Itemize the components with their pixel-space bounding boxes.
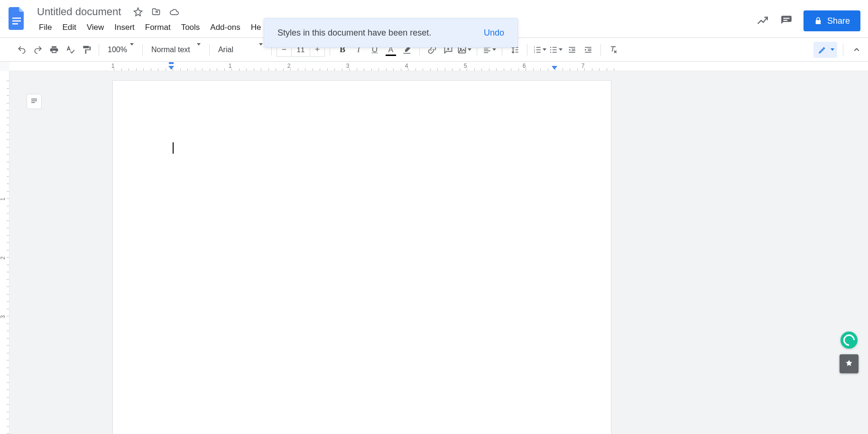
spellcheck-button[interactable] xyxy=(63,42,78,57)
font-family-select[interactable]: Arial xyxy=(214,42,267,57)
caret-down-icon xyxy=(831,48,834,51)
menu-format[interactable]: Format xyxy=(140,21,175,34)
editing-mode-button[interactable] xyxy=(813,42,837,58)
share-button[interactable]: Share xyxy=(803,10,860,31)
zoom-value: 100% xyxy=(108,46,127,54)
menu-bar: File Edit View Insert Format Tools Add-o… xyxy=(34,21,266,34)
caret-down-icon xyxy=(468,48,471,51)
numbered-list-button[interactable]: 123 xyxy=(532,42,547,57)
show-outline-button[interactable] xyxy=(27,94,42,109)
notification-toast: Styles in this document have been reset.… xyxy=(264,18,518,47)
paint-format-button[interactable] xyxy=(79,42,94,57)
toast-message: Styles in this document have been reset. xyxy=(277,28,431,38)
svg-rect-3 xyxy=(783,18,789,19)
paragraph-style-value: Normal text xyxy=(151,46,190,54)
workspace: 1 1 2 3 4 5 6 7 1 2 3 xyxy=(0,62,868,434)
right-indent-marker[interactable] xyxy=(552,66,557,70)
caret-down-icon xyxy=(259,43,263,54)
document-canvas[interactable] xyxy=(9,71,868,434)
bulleted-list-button[interactable] xyxy=(548,42,563,57)
first-line-indent-marker[interactable] xyxy=(169,62,174,64)
decrease-indent-button[interactable] xyxy=(564,42,580,57)
svg-text:2: 2 xyxy=(534,48,535,51)
ruler-tick: 2 xyxy=(0,257,6,260)
share-label: Share xyxy=(827,16,850,26)
caret-down-icon xyxy=(559,48,563,51)
explore-button[interactable] xyxy=(840,354,859,373)
menu-tools[interactable]: Tools xyxy=(176,21,205,34)
text-cursor xyxy=(173,142,174,154)
page[interactable] xyxy=(113,81,611,434)
svg-point-10 xyxy=(550,46,551,47)
caret-down-icon xyxy=(197,43,201,54)
svg-text:1: 1 xyxy=(534,46,535,48)
redo-button[interactable] xyxy=(30,42,46,57)
toast-undo-button[interactable]: Undo xyxy=(484,28,504,38)
svg-rect-1 xyxy=(12,20,21,22)
increase-indent-button[interactable] xyxy=(581,42,596,57)
paragraph-style-select[interactable]: Normal text xyxy=(148,42,204,57)
title-area: Untitled document File Edit View Insert … xyxy=(34,4,266,34)
svg-point-6 xyxy=(460,48,462,50)
activity-icon[interactable] xyxy=(756,14,769,28)
menu-file[interactable]: File xyxy=(34,21,56,34)
lock-icon xyxy=(814,17,822,25)
undo-button[interactable] xyxy=(14,42,29,57)
svg-text:3: 3 xyxy=(534,51,535,53)
cloud-status-icon[interactable] xyxy=(169,7,179,17)
caret-down-icon xyxy=(543,48,546,51)
menu-edit[interactable]: Edit xyxy=(57,21,81,34)
horizontal-ruler[interactable]: 1 1 2 3 4 5 6 7 xyxy=(9,62,868,71)
star-icon[interactable] xyxy=(133,7,143,17)
menu-addons[interactable]: Add-ons xyxy=(205,21,245,34)
comments-icon[interactable] xyxy=(780,14,793,28)
caret-down-icon xyxy=(492,48,496,51)
left-indent-marker[interactable] xyxy=(168,66,174,70)
clear-formatting-button[interactable] xyxy=(606,42,621,57)
svg-point-12 xyxy=(550,52,551,53)
header-actions: Share xyxy=(756,4,860,31)
menu-help[interactable]: He xyxy=(246,21,266,34)
document-title[interactable]: Untitled document xyxy=(34,5,124,19)
svg-point-11 xyxy=(550,49,551,50)
svg-rect-2 xyxy=(12,23,18,25)
zoom-select[interactable]: 100% xyxy=(104,42,138,57)
move-icon[interactable] xyxy=(151,7,161,17)
menu-view[interactable]: View xyxy=(82,21,109,34)
svg-rect-4 xyxy=(783,20,787,21)
collapse-toolbar-button[interactable] xyxy=(849,42,864,57)
ruler-tick: 1 xyxy=(0,198,6,201)
grammarly-icon[interactable] xyxy=(840,332,858,349)
docs-logo[interactable] xyxy=(8,6,27,31)
pencil-icon xyxy=(818,46,827,54)
svg-rect-0 xyxy=(12,18,21,19)
caret-down-icon xyxy=(130,43,134,54)
font-family-value: Arial xyxy=(218,46,233,54)
print-button[interactable] xyxy=(46,42,62,57)
menu-insert[interactable]: Insert xyxy=(110,21,139,34)
ruler-tick: 3 xyxy=(0,315,6,319)
vertical-ruler[interactable]: 1 2 3 xyxy=(0,71,9,434)
